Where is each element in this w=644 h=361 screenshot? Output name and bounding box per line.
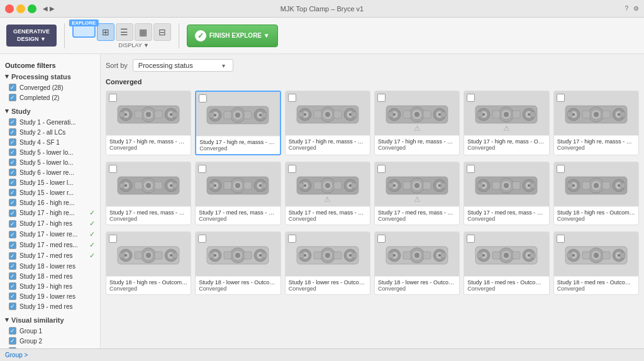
close-button[interactable] bbox=[5, 4, 14, 13]
sidebar-item-study-9[interactable]: ✓ Study 17 - high re... ✓ bbox=[0, 208, 100, 218]
completed-checkbox[interactable]: ✓ bbox=[9, 94, 16, 101]
study-checkbox-17[interactable]: ✓ bbox=[9, 292, 16, 300]
study-checkbox-10[interactable]: ✓ bbox=[9, 220, 16, 228]
card-0-2[interactable]: Study 17 - high re, masss - Outc... Conv… bbox=[285, 91, 370, 155]
sidebar-item-study-10[interactable]: ✓ Study 17 - high res ✓ bbox=[0, 218, 100, 229]
sidebar-item-study-6[interactable]: ✓ Study 15 - lower l... bbox=[0, 177, 100, 187]
card-checkbox-0-3[interactable] bbox=[377, 94, 386, 102]
compare-view-button[interactable]: ⊟ bbox=[153, 23, 171, 41]
card-checkbox-0-2[interactable] bbox=[288, 94, 296, 102]
study-checkbox-1[interactable]: ✓ bbox=[9, 128, 16, 136]
card-checkbox-2-1[interactable] bbox=[198, 235, 206, 243]
sidebar-item-study-14[interactable]: ✓ Study 18 - lower res bbox=[0, 261, 100, 271]
card-checkbox-1-0[interactable] bbox=[109, 165, 117, 173]
sidebar-item-study-17[interactable]: ✓ Study 19 - lower res bbox=[0, 291, 100, 301]
sidebar-item-study-4[interactable]: ✓ Study 5 - lower lo... bbox=[0, 157, 100, 167]
explore-button[interactable]: EXPLORE bbox=[72, 23, 96, 38]
finish-explore-button[interactable]: ✓ FINISH EXPLORE ▼ bbox=[187, 25, 278, 47]
card-2-2[interactable]: Study 18 - lower res - Outcome 2 Converg… bbox=[285, 231, 370, 295]
card-checkbox-1-1[interactable] bbox=[198, 165, 206, 173]
card-checkbox-0-4[interactable] bbox=[467, 94, 475, 102]
study-checkbox-16[interactable]: ✓ bbox=[9, 282, 16, 290]
card-2-3[interactable]: Study 18 - lower res - Outcome 3 Converg… bbox=[374, 231, 460, 295]
card-1-0[interactable]: Study 17 - med res, mass - Outc... Conve… bbox=[106, 162, 191, 225]
study-checkbox-6[interactable]: ✓ bbox=[9, 179, 16, 186]
card-checkbox-2-4[interactable] bbox=[467, 235, 475, 243]
card-2-0[interactable]: Study 18 - high res - Outcome 3 Converge… bbox=[106, 231, 191, 295]
sidebar-item-study-3[interactable]: ✓ Study 5 - lower lo... bbox=[0, 147, 100, 157]
card-checkbox-0-0[interactable] bbox=[109, 94, 117, 102]
card-1-4[interactable]: Study 17 - med res, mass - Outc... Conve… bbox=[464, 162, 549, 225]
study-checkbox-5[interactable]: ✓ bbox=[9, 169, 16, 176]
settings-icon[interactable]: ⚙ bbox=[633, 5, 639, 12]
card-2-1[interactable]: Study 18 - lower res - Outcome 1 Converg… bbox=[195, 231, 280, 295]
maximize-button[interactable] bbox=[28, 4, 36, 13]
card-1-1[interactable]: Study 17 - med res, mass - Outc... Conve… bbox=[195, 162, 280, 225]
sidebar-item-study-16[interactable]: ✓ Study 19 - high res bbox=[0, 281, 100, 291]
sidebar-item-converged[interactable]: ✓ Converged (28) bbox=[0, 82, 100, 92]
grid-view-button[interactable]: ⊞ bbox=[97, 23, 114, 41]
study-checkbox-0[interactable]: ✓ bbox=[9, 118, 16, 126]
sidebar-item-study-18[interactable]: ✓ Study 19 - med res bbox=[0, 301, 100, 311]
converged-checkbox[interactable]: ✓ bbox=[9, 84, 16, 91]
sidebar-item-completed[interactable]: ✓ Completed (2) bbox=[0, 92, 100, 103]
card-0-3[interactable]: ⚠ Study 17 - high re, masss - Outc... Co… bbox=[374, 91, 460, 155]
card-checkbox-1-4[interactable] bbox=[467, 165, 475, 173]
card-0-4[interactable]: ⚠ Study 17 - high re, mass - Outc... Con… bbox=[464, 91, 549, 155]
study-checkbox-8[interactable]: ✓ bbox=[9, 199, 16, 206]
card-1-3[interactable]: ⚠ Study 17 - med res, mass - Outc... Con… bbox=[374, 162, 460, 225]
study-checkbox-18[interactable]: ✓ bbox=[9, 303, 16, 310]
sidebar-item-study-5[interactable]: ✓ Study 6 - lower re... bbox=[0, 167, 100, 177]
card-2-5[interactable]: Study 18 - med res - Outcome 2 Converged bbox=[553, 231, 639, 295]
detail-view-button[interactable]: ▦ bbox=[135, 23, 152, 41]
card-checkbox-2-3[interactable] bbox=[377, 235, 386, 243]
help-icon[interactable]: ? bbox=[625, 5, 628, 12]
card-2-4[interactable]: Study 18 - med res - Outcome 1 Converged bbox=[464, 231, 549, 295]
sidebar-item-study-1[interactable]: ✓ Study 2 - all LCs bbox=[0, 127, 100, 137]
study-checkbox-2[interactable]: ✓ bbox=[9, 138, 16, 146]
sidebar-item-visual-0[interactable]: ✓ Group 1 bbox=[0, 326, 100, 336]
sidebar-item-visual-1[interactable]: ✓ Group 2 bbox=[0, 336, 100, 346]
study-checkbox-13[interactable]: ✓ bbox=[9, 252, 16, 260]
study-checkbox-11[interactable]: ✓ bbox=[9, 231, 16, 238]
visual-checkbox-0[interactable]: ✓ bbox=[9, 327, 16, 335]
group-link-status[interactable]: Group > bbox=[5, 352, 28, 358]
minimize-button[interactable] bbox=[16, 4, 25, 13]
generative-design-button[interactable]: GENERATIVE DESIGN ▼ bbox=[6, 25, 57, 47]
sidebar-item-study-12[interactable]: ✓ Study 17 - med res... ✓ bbox=[0, 240, 100, 250]
study-group[interactable]: ▾ Study bbox=[0, 105, 100, 117]
card-0-5[interactable]: Study 17 - high re, masss - Outc... Conv… bbox=[553, 91, 639, 155]
card-checkbox-2-5[interactable] bbox=[557, 235, 565, 243]
card-info-0-0: Study 17 - high re, masss - Outc... Conv… bbox=[106, 135, 191, 153]
card-0-1[interactable]: Study 17 - high re, masss - Outc... Conv… bbox=[195, 91, 280, 155]
card-checkbox-1-2[interactable] bbox=[288, 165, 296, 173]
sidebar-item-study-13[interactable]: ✓ Study 17 - med res ✓ bbox=[0, 250, 100, 261]
card-checkbox-2-0[interactable] bbox=[109, 235, 117, 243]
study-checkbox-15[interactable]: ✓ bbox=[9, 272, 16, 280]
sidebar-item-study-8[interactable]: ✓ Study 16 - high re... bbox=[0, 197, 100, 208]
visual-checkbox-1[interactable]: ✓ bbox=[9, 337, 16, 345]
processing-status-group[interactable]: ▾ Processing status bbox=[0, 70, 100, 82]
card-checkbox-1-5[interactable] bbox=[557, 165, 565, 173]
list-view-button[interactable]: ☰ bbox=[116, 23, 133, 41]
sidebar-item-study-15[interactable]: ✓ Study 18 - med res bbox=[0, 271, 100, 281]
sort-select[interactable]: Processing status Study Outcome bbox=[133, 59, 233, 72]
study-checkbox-9[interactable]: ✓ bbox=[9, 209, 16, 217]
card-checkbox-0-1[interactable] bbox=[199, 94, 207, 103]
sidebar-item-study-11[interactable]: ✓ Study 17 - lower re... ✓ bbox=[0, 229, 100, 240]
sidebar-item-study-7[interactable]: ✓ Study 15 - lower r... bbox=[0, 187, 100, 197]
card-checkbox-2-2[interactable] bbox=[288, 235, 296, 243]
card-checkbox-0-5[interactable] bbox=[557, 94, 565, 102]
card-0-0[interactable]: Study 17 - high re, masss - Outc... Conv… bbox=[106, 91, 191, 155]
study-checkbox-14[interactable]: ✓ bbox=[9, 262, 16, 270]
study-checkbox-4[interactable]: ✓ bbox=[9, 158, 16, 166]
sidebar-item-study-0[interactable]: ✓ Study 1 - Generati... bbox=[0, 117, 100, 127]
study-checkbox-3[interactable]: ✓ bbox=[9, 148, 16, 156]
sidebar-item-study-2[interactable]: ✓ Study 4 - SF 1 bbox=[0, 137, 100, 147]
visual-similarity-group[interactable]: ▾ Visual similarity bbox=[0, 314, 100, 326]
card-1-2[interactable]: ⚠ Study 17 - med res, mass - Outc... Con… bbox=[285, 162, 370, 225]
study-checkbox-12[interactable]: ✓ bbox=[9, 242, 16, 249]
study-checkbox-7[interactable]: ✓ bbox=[9, 189, 16, 196]
card-checkbox-1-3[interactable] bbox=[377, 165, 386, 173]
card-1-5[interactable]: Study 18 - high res - Outcome 1 Converge… bbox=[553, 162, 639, 225]
